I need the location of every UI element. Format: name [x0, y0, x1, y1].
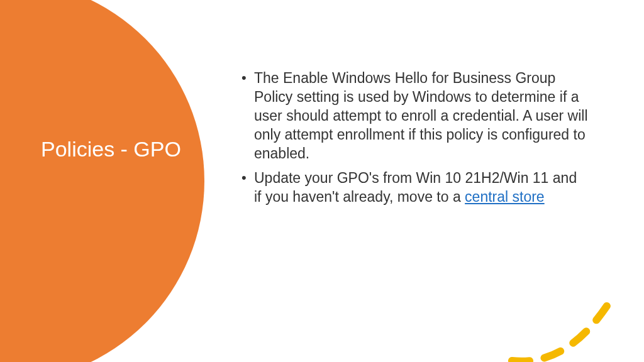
- dashed-arc-decoration: [487, 255, 625, 362]
- bullet-item: The Enable Windows Hello for Business Gr…: [239, 69, 588, 163]
- bullet-item: Update your GPO's from Win 10 21H2/Win 1…: [239, 169, 588, 207]
- body-content: The Enable Windows Hello for Business Gr…: [239, 69, 588, 213]
- orange-circle-background: [0, 0, 204, 362]
- central-store-link[interactable]: central store: [465, 189, 545, 205]
- slide-title: Policies - GPO: [41, 135, 181, 164]
